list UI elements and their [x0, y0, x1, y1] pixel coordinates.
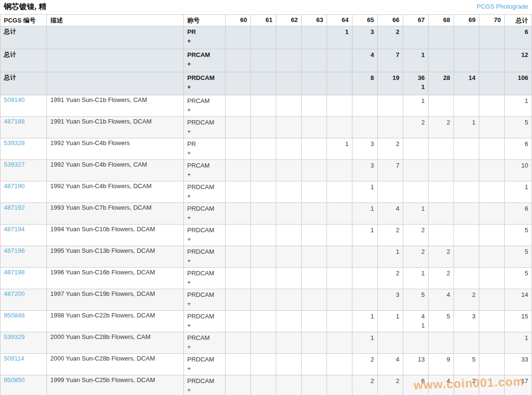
- grade-count-cell: [327, 203, 352, 225]
- cell-line: 13: [407, 355, 425, 364]
- grade-count-cell: 2: [352, 354, 378, 375]
- grade-count-cell: [327, 246, 352, 268]
- grade-count-cell: 7: [378, 49, 403, 72]
- pcgs-number-link[interactable]: 539329: [4, 333, 24, 340]
- column-header-66: 66: [378, 15, 403, 26]
- cell-line: 4: [381, 355, 399, 364]
- grade-count-cell: [302, 160, 327, 181]
- pcgs-number-link[interactable]: 487198: [4, 269, 24, 276]
- cell-line: 7: [381, 161, 399, 170]
- grade-count-cell: [302, 72, 327, 95]
- description-cell: 1992 Yuan Sun-C4b Flowers, CAM: [47, 160, 184, 181]
- grade-count-cell: [479, 203, 505, 225]
- description-cell: 1991 Yuan Sun-C1b Flowers, CAM: [47, 95, 184, 117]
- cell-line: 3: [457, 312, 475, 321]
- cell-line: [483, 247, 501, 256]
- cell-line: 5: [508, 269, 528, 278]
- description-cell: 1993 Yuan Sun-C7b Flowers, DCAM: [47, 203, 184, 225]
- cell-line: [254, 96, 272, 105]
- cell-line: 1: [330, 139, 349, 148]
- cell-line: 6: [407, 376, 425, 385]
- cell-line: [280, 355, 298, 364]
- grade-count-cell: [479, 181, 505, 203]
- grade-count-cell: [302, 246, 327, 268]
- grade-count-cell: [226, 289, 251, 311]
- cell-line: [305, 269, 323, 278]
- column-header-67: 67: [403, 15, 429, 26]
- cell-line: 10: [508, 161, 528, 170]
- cell-line: 8: [356, 73, 374, 82]
- pcgs-number-link[interactable]: 539328: [4, 139, 24, 147]
- designation-cell: PR+: [184, 26, 226, 49]
- description-cell: 1999 Yuan Sun-C25b Flowers, DCAM: [47, 375, 184, 395]
- cell-line: [483, 118, 501, 127]
- cell-line: [356, 290, 374, 299]
- cell-line: +: [187, 364, 222, 373]
- row-total-label: 总计: [0, 72, 47, 95]
- total-count-cell: 6: [505, 203, 532, 225]
- total-count-cell: 14: [505, 289, 532, 311]
- cell-line: [432, 161, 450, 170]
- grade-count-cell: [327, 160, 352, 181]
- cell-line: [229, 333, 247, 342]
- grade-count-cell: [276, 138, 302, 160]
- cell-line: PRCAM: [187, 333, 222, 342]
- pcgs-number-link[interactable]: 509140: [4, 96, 24, 103]
- grade-count-cell: [276, 354, 302, 375]
- cell-line: 6: [508, 204, 528, 213]
- cell-line: [483, 139, 501, 148]
- cell-line: +: [187, 278, 222, 287]
- cell-line: [330, 204, 349, 213]
- cell-line: 1: [381, 247, 399, 256]
- pcgs-number-link[interactable]: 950848: [4, 312, 24, 319]
- grade-count-cell: 2: [378, 225, 403, 246]
- grade-count-cell: [403, 138, 429, 160]
- cell-line: PRDCAM: [187, 118, 222, 127]
- designation-cell: PRCAM+: [184, 95, 226, 117]
- pcgs-number-link[interactable]: 487190: [4, 182, 24, 190]
- grade-count-cell: [302, 289, 327, 311]
- cell-line: PRDCAM: [187, 290, 222, 299]
- grade-count-cell: [226, 246, 251, 268]
- pcgs-number-link[interactable]: 509114: [4, 355, 24, 362]
- pcgs-number-link[interactable]: 487194: [4, 226, 24, 233]
- grade-count-cell: 2: [378, 375, 403, 395]
- cell-line: [457, 247, 475, 256]
- grade-count-cell: [479, 246, 505, 268]
- cell-line: PRDCAM: [187, 312, 222, 321]
- cell-line: [330, 118, 349, 127]
- description-cell: 1994 Yuan Sun-C10b Flowers, DCAM: [47, 225, 184, 246]
- table-row: 4871981996 Yuan Sun-C16b Flowers, DCAMPR…: [0, 268, 532, 289]
- total-count-cell: 6: [505, 26, 532, 49]
- grade-count-cell: [454, 49, 479, 72]
- pcgs-number-link[interactable]: 487200: [4, 290, 24, 297]
- cell-line: [280, 376, 298, 385]
- cell-line: [483, 290, 501, 299]
- grade-count-cell: [403, 160, 429, 181]
- cell-line: PRDCAM: [187, 247, 222, 256]
- cell-line: 9: [432, 355, 450, 364]
- cell-line: [356, 118, 374, 127]
- cell-line: 7: [381, 50, 399, 59]
- cell-line: [254, 290, 272, 299]
- grade-count-cell: [251, 203, 276, 225]
- pcgs-photograde-link[interactable]: PCGS Photograde: [476, 2, 528, 11]
- pcgs-number-link[interactable]: 487188: [4, 118, 24, 125]
- pcgs-number-link[interactable]: 487196: [4, 247, 24, 254]
- grade-count-cell: [251, 289, 276, 311]
- grade-count-cell: [327, 181, 352, 203]
- cell-line: [457, 139, 475, 148]
- grade-count-cell: 14: [454, 72, 479, 95]
- grade-count-cell: [276, 268, 302, 289]
- cell-line: [483, 204, 501, 213]
- cell-line: [305, 355, 323, 364]
- pcgs-number-link[interactable]: 487192: [4, 204, 24, 211]
- grade-count-cell: 28: [429, 72, 454, 95]
- grade-count-cell: [479, 95, 505, 117]
- grade-count-cell: [429, 138, 454, 160]
- pcgs-number-link[interactable]: 950850: [4, 376, 24, 384]
- cell-line: [457, 226, 475, 235]
- grade-count-cell: [302, 117, 327, 138]
- header-row: PCGS 编号 描述 称号 60 61 62 63 64 65 66 67 68…: [0, 15, 532, 26]
- pcgs-number-link[interactable]: 539327: [4, 161, 24, 168]
